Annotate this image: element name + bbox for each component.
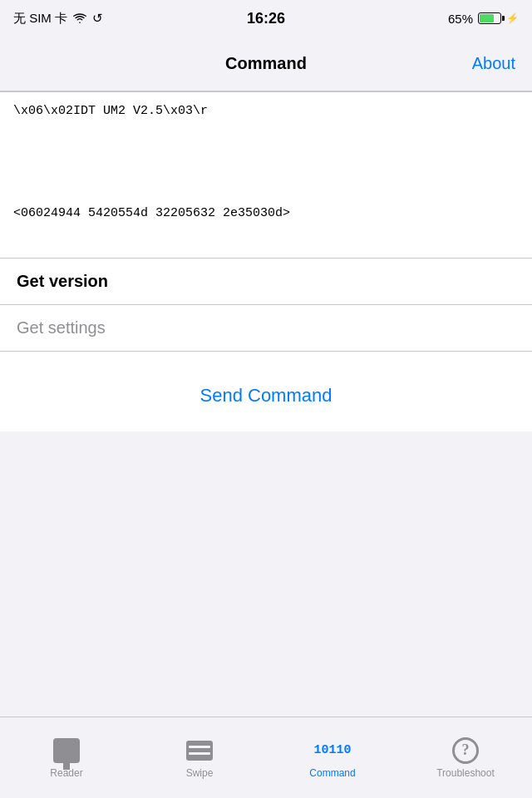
command-tab-label: Command: [309, 767, 355, 779]
swipe-tab-icon: [186, 737, 213, 764]
send-button-container: Send Command: [0, 360, 532, 431]
troubleshoot-icon-shape: ?: [452, 737, 479, 764]
nav-bar: Command About: [0, 37, 532, 91]
reader-icon-shape: [53, 738, 80, 763]
section-list: Get version Get settings: [0, 259, 532, 352]
status-left: 无 SIM 卡 ↺: [13, 11, 103, 27]
nav-title: Command: [225, 54, 307, 73]
tab-troubleshoot[interactable]: ? Troubleshoot: [399, 717, 532, 798]
status-time: 16:26: [247, 10, 285, 27]
troubleshoot-tab-icon: ?: [452, 737, 479, 764]
section-item-get-version[interactable]: Get version: [0, 259, 532, 305]
refresh-icon: ↺: [92, 11, 103, 26]
battery-icon-container: [478, 12, 501, 24]
command-tab-icon: 10110: [319, 737, 346, 764]
wifi-icon: [72, 12, 87, 24]
troubleshoot-tab-label: Troubleshoot: [436, 767, 495, 779]
swipe-icon-shape: [186, 741, 213, 761]
status-right: 65% ⚡: [448, 12, 519, 26]
battery-fill: [480, 14, 494, 22]
send-command-button[interactable]: Send Command: [200, 385, 332, 406]
output-area: \x06\x02IDT UM2 V2.5\x03\r <06024944 542…: [0, 92, 532, 259]
swipe-tab-label: Swipe: [186, 767, 214, 779]
status-bar: 无 SIM 卡 ↺ 16:26 65% ⚡: [0, 0, 532, 37]
reader-tab-icon: [53, 737, 80, 764]
carrier-label: 无 SIM 卡: [13, 11, 67, 27]
output-line-2: <06024944 5420554d 32205632 2e35030d>: [13, 204, 519, 224]
main-content: \x06\x02IDT UM2 V2.5\x03\r <06024944 542…: [0, 91, 532, 431]
section-item-get-settings[interactable]: Get settings: [0, 305, 532, 352]
about-button[interactable]: About: [472, 54, 515, 73]
get-settings-label: Get settings: [17, 318, 106, 337]
battery-percent-label: 65%: [448, 12, 473, 26]
command-icon-text: 10110: [314, 743, 352, 757]
get-version-label: Get version: [17, 272, 108, 290]
battery-icon: [478, 12, 501, 24]
charging-icon: ⚡: [506, 12, 519, 24]
tab-bar: Reader Swipe 10110 Command ? Troubleshoo…: [0, 717, 532, 798]
tab-reader[interactable]: Reader: [0, 717, 133, 798]
output-line-1: \x06\x02IDT UM2 V2.5\x03\r: [13, 102, 519, 121]
tab-command[interactable]: 10110 Command: [266, 717, 399, 798]
tab-swipe[interactable]: Swipe: [133, 717, 266, 798]
